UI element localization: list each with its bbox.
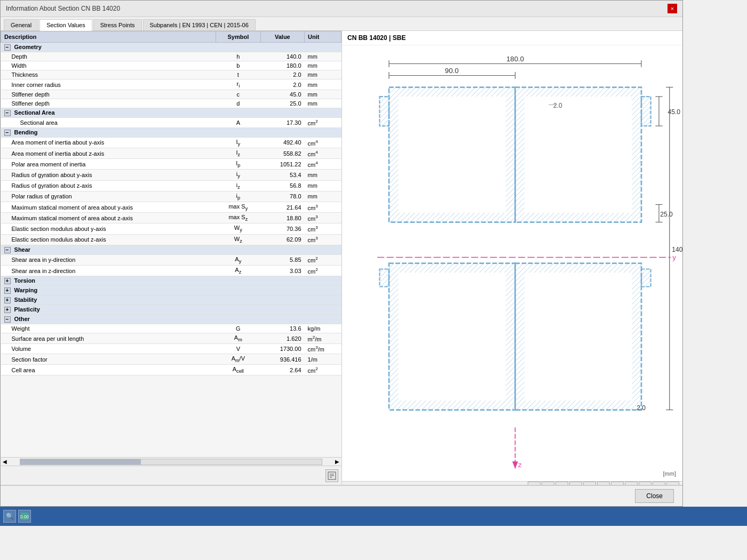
table-row: Inner corner radiusri2.0mm bbox=[1, 79, 341, 90]
table-row: Cell areaAcell2.64cm2 bbox=[1, 365, 341, 375]
svg-rect-27 bbox=[641, 97, 651, 126]
table-row: Stiffener depthd25.0mm bbox=[1, 99, 341, 108]
left-panel: Description Symbol Value Unit − Geometry bbox=[1, 31, 342, 485]
table-row: VolumeV1730.00cm3/m bbox=[1, 344, 341, 354]
col-symbol: Symbol bbox=[216, 31, 260, 43]
svg-text:180.0: 180.0 bbox=[506, 55, 524, 63]
tab-stress-points[interactable]: Stress Points bbox=[93, 19, 142, 30]
svg-rect-23 bbox=[525, 273, 632, 401]
svg-rect-21 bbox=[525, 97, 632, 213]
svg-text:25.0: 25.0 bbox=[660, 211, 673, 218]
section-shear: − Shear bbox=[1, 245, 341, 254]
col-description: Description bbox=[1, 31, 216, 43]
svg-rect-31 bbox=[641, 269, 651, 287]
table-row: Surface area per unit lengthAm1.620m2/m bbox=[1, 333, 341, 344]
close-icon[interactable]: × bbox=[667, 4, 677, 13]
table-row: Elastic section modulus about y-axisWy70… bbox=[1, 223, 341, 234]
title-bar: Information About Section CN BB 14020 × bbox=[1, 1, 682, 17]
tab-bar: General Section Values Stress Points Sub… bbox=[1, 17, 682, 31]
horizontal-scrollbar[interactable]: ◀ ▶ bbox=[1, 457, 341, 466]
section-drawing: 180.0 90.0 bbox=[342, 45, 682, 481]
section-warping: + Warping bbox=[1, 286, 341, 295]
collapse-geometry[interactable]: − bbox=[4, 44, 11, 51]
svg-rect-20 bbox=[399, 97, 506, 213]
section-other: − Other bbox=[1, 315, 341, 324]
table-row: Shear area in z-directionAz3.03cm2 bbox=[1, 265, 341, 276]
collapse-sectional-area[interactable]: − bbox=[4, 110, 11, 116]
drawing-area: 180.0 90.0 bbox=[342, 45, 682, 481]
main-dialog: Information About Section CN BB 14020 × … bbox=[0, 0, 683, 507]
svg-text:140.0: 140.0 bbox=[672, 246, 682, 253]
section-torsion: + Torsion bbox=[1, 276, 341, 286]
svg-text:y: y bbox=[672, 253, 676, 261]
table-row: Widthb180.0mm bbox=[1, 61, 341, 70]
table-row: WeightG13.6kg/m bbox=[1, 324, 341, 333]
svg-rect-25 bbox=[379, 97, 389, 126]
collapse-stability[interactable]: + bbox=[4, 297, 11, 303]
table-row: Maximum statical moment of area about y-… bbox=[1, 202, 341, 212]
bottom-toolbar: -- ⬜ 📄 ⬜ ⬜ I I ⬜ ⊞ ≡ 🖨 ✖ bbox=[342, 481, 682, 485]
tab-general[interactable]: General bbox=[4, 19, 38, 30]
content-area: Description Symbol Value Unit − Geometry bbox=[1, 31, 682, 485]
dialog-title: Information About Section CN BB 14020 bbox=[6, 5, 120, 12]
svg-text:90.0: 90.0 bbox=[445, 67, 459, 75]
tab-section-values[interactable]: Section Values bbox=[39, 19, 92, 31]
svg-text:z: z bbox=[518, 461, 522, 469]
table-row: Elastic section modulus about z-axisWz62… bbox=[1, 234, 341, 245]
svg-rect-22 bbox=[399, 273, 506, 401]
col-unit: Unit bbox=[305, 31, 341, 43]
dialog-footer: Close bbox=[1, 485, 682, 506]
search-taskbar-icon[interactable]: 🔍 bbox=[3, 510, 16, 523]
section-geometry: − Geometry bbox=[1, 43, 341, 52]
scroll-thumb[interactable] bbox=[20, 459, 141, 465]
tab-subpanels[interactable]: Subpanels | EN 1993 | CEN | 2015-06 bbox=[143, 19, 256, 30]
section-bending: − Bending bbox=[1, 127, 341, 137]
collapse-plasticity[interactable]: + bbox=[4, 307, 11, 313]
scroll-track[interactable] bbox=[20, 459, 322, 465]
table-row: Radius of gyration about z-axisiz56.8mm bbox=[1, 180, 341, 191]
table-row: Radius of gyration about y-axisiy53.4mm bbox=[1, 170, 341, 180]
svg-text:2.0: 2.0 bbox=[637, 404, 646, 412]
section-sectional-area: − Sectional Area bbox=[1, 108, 341, 118]
close-button[interactable]: Close bbox=[635, 489, 674, 503]
section-stability: + Stability bbox=[1, 295, 341, 305]
scroll-right[interactable]: ▶ bbox=[333, 459, 341, 465]
collapse-other[interactable]: − bbox=[4, 316, 11, 323]
table-row: Maximum statical moment of area about z-… bbox=[1, 213, 341, 223]
taskbar: 🔍 0.00 bbox=[0, 507, 747, 526]
collapse-warping[interactable]: + bbox=[4, 287, 11, 294]
table-row: Area moment of inertia about z-axisIz558… bbox=[1, 148, 341, 159]
table-row: Sectional areaA17.30cm2 bbox=[1, 118, 341, 128]
svg-text:2.0: 2.0 bbox=[553, 102, 562, 109]
left-toolbar bbox=[1, 466, 341, 485]
table-row: Shear area in y-directionAy5.85cm2 bbox=[1, 254, 341, 265]
table-row: Polar radius of gyrationip78.0mm bbox=[1, 191, 341, 202]
svg-rect-29 bbox=[379, 269, 389, 287]
collapse-bending[interactable]: − bbox=[4, 130, 11, 136]
svg-text:0.00: 0.00 bbox=[20, 514, 29, 519]
properties-table: Description Symbol Value Unit − Geometry bbox=[1, 31, 341, 375]
scroll-left[interactable]: ◀ bbox=[1, 459, 9, 465]
drawing-title: CN BB 14020 | SBE bbox=[342, 31, 682, 45]
table-row: Section factorAm/V936.4161/m bbox=[1, 354, 341, 364]
collapse-torsion[interactable]: + bbox=[4, 278, 11, 284]
table-row: Depthh140.0mm bbox=[1, 52, 341, 61]
table-row: Thicknesst2.0mm bbox=[1, 70, 341, 79]
collapse-shear[interactable]: − bbox=[4, 247, 11, 253]
section-plasticity: + Plasticity bbox=[1, 305, 341, 315]
table-container[interactable]: Description Symbol Value Unit − Geometry bbox=[1, 31, 341, 457]
table-row: Polar area moment of inertiaIp1051.22cm4 bbox=[1, 159, 341, 170]
calc-taskbar-icon[interactable]: 0.00 bbox=[18, 510, 31, 523]
taskbar-icons: 🔍 0.00 bbox=[3, 510, 31, 523]
export-button[interactable] bbox=[325, 469, 338, 482]
svg-marker-50 bbox=[512, 461, 518, 468]
table-row: Stiffener depthc45.0mm bbox=[1, 90, 341, 99]
col-value: Value bbox=[260, 31, 304, 43]
table-row: Area moment of inertia about y-axisIy492… bbox=[1, 137, 341, 148]
unit-label: [mm] bbox=[663, 470, 676, 477]
right-panel: CN BB 14020 | SBE 180.0 90.0 bbox=[342, 31, 682, 485]
